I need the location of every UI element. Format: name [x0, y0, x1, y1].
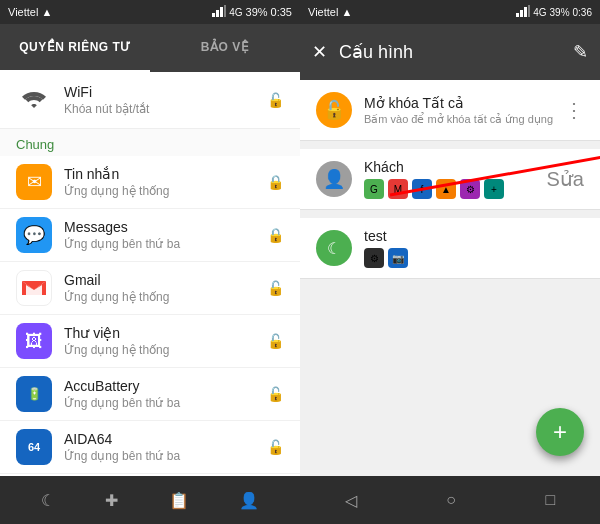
- wifi-subtitle: Khóa nút bật/tắt: [64, 102, 267, 116]
- nav-moon-icon[interactable]: ☾: [41, 491, 55, 510]
- header-tabs-left: QUYỀN RIÊNG TƯ BẢO VỆ: [0, 24, 300, 72]
- accubattery-lock-icon: 🔓: [267, 386, 284, 402]
- close-button[interactable]: ✕: [312, 41, 327, 63]
- messages-lock-icon: 🔒: [267, 227, 284, 243]
- status-bar-right: Viettel ▲ 4G 39% 0:36: [300, 0, 600, 24]
- nav-profile-icon[interactable]: 👤: [239, 491, 259, 510]
- wifi-text: WiFi Khóa nút bật/tắt: [64, 84, 267, 116]
- carrier-left: Viettel ▲: [8, 6, 52, 18]
- battery-text-left: 39%: [246, 6, 268, 18]
- svg-rect-6: [524, 7, 527, 17]
- svg-rect-2: [220, 7, 223, 17]
- wifi-status-icon: ▲: [41, 6, 52, 18]
- test-profile-content: test ⚙ 📷: [364, 228, 408, 268]
- guest-app-other: +: [484, 179, 504, 199]
- guest-app-fb: f: [412, 179, 432, 199]
- svg-rect-4: [516, 13, 519, 17]
- gmail-lock-icon: 🔓: [267, 280, 284, 296]
- guest-profile-content: Khách G M f ▲ ⚙ +: [364, 159, 504, 199]
- carrier-right: Viettel ▲: [308, 6, 352, 18]
- guest-app-android: ▲: [436, 179, 456, 199]
- network-type-right: 4G: [533, 7, 546, 18]
- network-type-left: 4G: [229, 7, 242, 18]
- app-icon-gmail: [16, 270, 52, 306]
- status-icons-left: 4G 39% 0:35: [212, 5, 292, 19]
- aida64-lock-icon: 🔓: [267, 439, 284, 455]
- app-item-accubattery[interactable]: 🔋 AccuBattery Ứng dụng bên thứ ba 🔓: [0, 368, 300, 421]
- right-panel: Viettel ▲ 4G 39% 0:36 ✕ Cấu hình ✎ 🔓: [300, 0, 600, 524]
- signal-icon-right: [516, 5, 530, 19]
- guest-profile-icon: 👤: [316, 161, 352, 197]
- svg-rect-7: [528, 5, 530, 17]
- nav-recents-icon[interactable]: □: [546, 491, 556, 509]
- accubattery-text: AccuBattery Ứng dụng bên thứ ba: [64, 378, 267, 410]
- header-right: ✕ Cấu hình ✎: [300, 24, 600, 80]
- unlock-all-icon: 🔓: [316, 92, 352, 128]
- guest-profile-apps: G M f ▲ ⚙ +: [364, 179, 504, 199]
- left-panel: Viettel ▲ 4G 39% 0:35 QUYỀN RIÊNG TƯ BẢO…: [0, 0, 300, 524]
- unlock-all-text: Mở khóa Tất cả Bấm vào để mở khóa tất cả…: [364, 95, 553, 126]
- tinnhan-text: Tin nhắn Ứng dụng hệ thống: [64, 166, 267, 198]
- test-app-1: ⚙: [364, 248, 384, 268]
- content-left: WiFi Khóa nút bật/tắt 🔓 Chung ✉ Tin nhắn…: [0, 72, 300, 476]
- wifi-lock-icon: 🔓: [267, 92, 284, 108]
- svg-rect-5: [520, 10, 523, 17]
- wifi-icon: [16, 82, 52, 118]
- app-icon-accubattery: 🔋: [16, 376, 52, 412]
- tab-privacy[interactable]: QUYỀN RIÊNG TƯ: [0, 24, 150, 72]
- page-title-right: Cấu hình: [339, 41, 561, 63]
- test-profile-item[interactable]: ☾ test ⚙ 📷: [300, 218, 600, 279]
- carrier-text-left: Viettel: [8, 6, 38, 18]
- test-app-2: 📷: [388, 248, 408, 268]
- unlock-all-item[interactable]: 🔓 Mở khóa Tất cả Bấm vào để mở khóa tất …: [300, 80, 600, 141]
- tab-protect[interactable]: BẢO VỆ: [150, 24, 300, 72]
- guest-profile-menu[interactable]: Sửa: [547, 167, 584, 191]
- status-bar-left: Viettel ▲ 4G 39% 0:35: [0, 0, 300, 24]
- fab-button[interactable]: +: [536, 408, 584, 456]
- guest-app-settings: ⚙: [460, 179, 480, 199]
- app-item-messages[interactable]: 💬 Messages Ứng dụng bên thứ ba 🔒: [0, 209, 300, 262]
- app-item-aida64[interactable]: 64 AIDA64 Ứng dụng bên thứ ba 🔓: [0, 421, 300, 474]
- bottom-nav-right: ◁ ○ □: [300, 476, 600, 524]
- signal-icon-left: [212, 5, 226, 19]
- unlock-all-menu[interactable]: ⋮: [564, 98, 584, 122]
- nav-add-icon[interactable]: ✚: [105, 491, 118, 510]
- nav-clipboard-icon[interactable]: 📋: [169, 491, 189, 510]
- svg-rect-3: [224, 5, 226, 17]
- app-icon-sms: ✉: [16, 164, 52, 200]
- thuvien-text: Thư viện Ứng dụng hệ thống: [64, 325, 267, 357]
- thuvien-lock-icon: 🔓: [267, 333, 284, 349]
- wifi-item[interactable]: WiFi Khóa nút bật/tắt 🔓: [0, 72, 300, 129]
- battery-text-right: 39%: [550, 7, 570, 18]
- time-left: 0:35: [271, 6, 292, 18]
- guest-app-gmail: M: [388, 179, 408, 199]
- bottom-nav-left: ☾ ✚ 📋 👤: [0, 476, 300, 524]
- edit-button[interactable]: ✎: [573, 41, 588, 63]
- app-item-tinnhan[interactable]: ✉ Tin nhắn Ứng dụng hệ thống 🔒: [0, 156, 300, 209]
- gmail-text: Gmail Ứng dụng hệ thống: [64, 272, 267, 304]
- svg-rect-1: [216, 10, 219, 17]
- time-right: 0:36: [573, 7, 592, 18]
- guest-profile-item[interactable]: 👤 Khách G M f ▲ ⚙ + Sửa: [300, 149, 600, 210]
- test-profile-apps: ⚙ 📷: [364, 248, 408, 268]
- nav-home-icon[interactable]: ○: [446, 491, 456, 509]
- guest-app-google: G: [364, 179, 384, 199]
- app-item-gmail[interactable]: Gmail Ứng dụng hệ thống 🔓: [0, 262, 300, 315]
- notification-icon: ▲: [341, 6, 352, 18]
- messages-text: Messages Ứng dụng bên thứ ba: [64, 219, 267, 251]
- test-profile-icon: ☾: [316, 230, 352, 266]
- app-icon-messages: 💬: [16, 217, 52, 253]
- status-icons-right: 4G 39% 0:36: [516, 5, 592, 19]
- app-icon-aida64: 64: [16, 429, 52, 465]
- svg-rect-0: [212, 13, 215, 17]
- wifi-title: WiFi: [64, 84, 267, 100]
- nav-back-icon[interactable]: ◁: [345, 491, 357, 510]
- tinnhan-lock-icon: 🔒: [267, 174, 284, 190]
- app-item-thuvien[interactable]: 🖼 Thư viện Ứng dụng hệ thống 🔓: [0, 315, 300, 368]
- section-header-chung: Chung: [0, 129, 300, 156]
- aida64-text: AIDA64 Ứng dụng bên thứ ba: [64, 431, 267, 463]
- app-icon-library: 🖼: [16, 323, 52, 359]
